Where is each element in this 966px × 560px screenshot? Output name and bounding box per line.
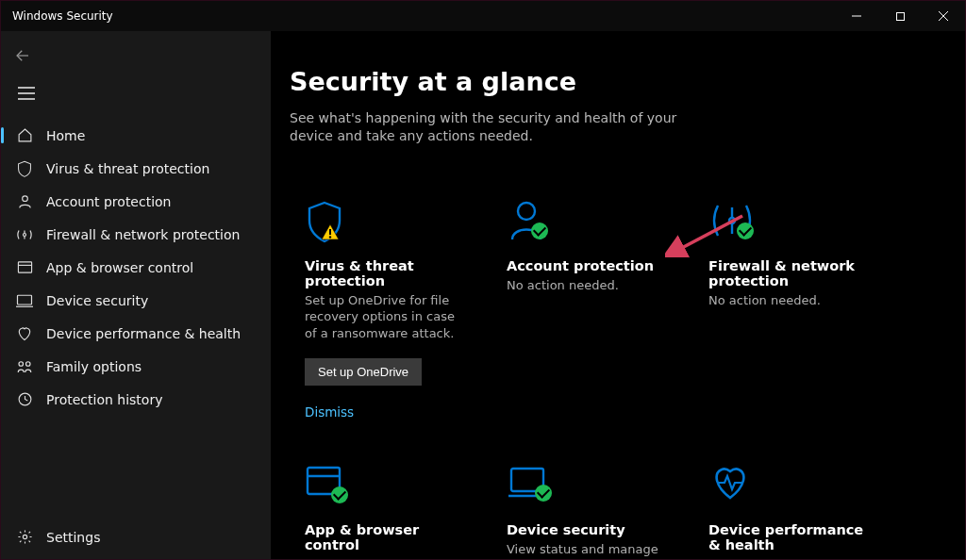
svg-point-9 (24, 233, 26, 236)
sidebar-item-label: Virus & threat protection (46, 161, 209, 176)
card-desc: No action needed. (305, 556, 469, 559)
sidebar-item-settings[interactable]: Settings (1, 520, 271, 553)
sidebar-item-protection-history[interactable]: Protection history (1, 383, 271, 416)
card-desc: No action needed. (708, 556, 873, 559)
card-title: Firewall & network protection (708, 258, 873, 288)
heart-icon (16, 325, 33, 342)
sidebar-item-label: Family options (46, 359, 142, 374)
account-ok-icon (507, 200, 671, 241)
hamburger-button[interactable] (1, 76, 271, 113)
page-title: Security at a glance (290, 67, 927, 96)
home-icon (16, 127, 33, 144)
card-device-health[interactable]: Device performance & health No action ne… (693, 451, 888, 559)
main: Security at a glance See what's happenin… (271, 31, 965, 559)
body: Home Virus & threat protection Account p… (1, 31, 965, 559)
sidebar-item-label: App & browser control (46, 260, 193, 275)
card-firewall[interactable]: Firewall & network protection No action … (693, 187, 888, 444)
window-title: Windows Security (12, 9, 113, 23)
back-button[interactable] (14, 41, 48, 71)
svg-point-17 (26, 361, 31, 366)
minimize-button[interactable] (835, 1, 878, 31)
sidebar-item-label: Device security (46, 293, 148, 308)
card-desc: View status and manage hardware security… (507, 541, 671, 559)
nav: Home Virus & threat protection Account p… (1, 119, 271, 520)
check-badge-icon (331, 486, 348, 503)
page-subtitle: See what's happening with the security a… (290, 109, 695, 145)
check-badge-icon (737, 222, 754, 239)
card-virus-threat[interactable]: Virus & threat protection Set up OneDriv… (290, 187, 484, 444)
sidebar-item-device-security[interactable]: Device security (1, 284, 271, 317)
card-title: Virus & threat protection (305, 258, 469, 288)
main-scroll[interactable]: Security at a glance See what's happenin… (271, 31, 965, 559)
svg-point-19 (23, 535, 26, 538)
heart-pulse-icon (708, 464, 873, 505)
card-desc: Set up OneDrive for file recovery option… (305, 292, 469, 342)
card-title: Device security (507, 522, 671, 537)
sidebar-item-label: Home (46, 128, 85, 143)
sidebar-item-home[interactable]: Home (1, 119, 271, 152)
card-title: Device performance & health (708, 522, 873, 552)
card-desc: No action needed. (708, 292, 873, 309)
device-security-ok-icon (507, 464, 671, 505)
sidebar-item-app-browser[interactable]: App & browser control (1, 251, 271, 284)
close-button[interactable] (922, 1, 965, 31)
svg-point-23 (729, 218, 735, 223)
app-browser-icon (16, 259, 33, 276)
sidebar-item-label: Settings (46, 530, 100, 545)
dismiss-link[interactable]: Dismiss (305, 404, 354, 420)
svg-point-21 (329, 236, 331, 238)
history-icon (16, 391, 33, 408)
window-controls (835, 1, 965, 31)
sidebar-item-label: Account protection (46, 194, 172, 209)
card-device-security[interactable]: Device security View status and manage h… (491, 451, 686, 559)
firewall-ok-icon (708, 200, 873, 241)
check-badge-icon (531, 222, 548, 239)
svg-point-8 (22, 196, 27, 202)
sidebar-item-label: Firewall & network protection (46, 227, 240, 242)
device-security-icon (16, 292, 33, 309)
cards-row-2: App & browser control No action needed. (290, 451, 927, 559)
sidebar-item-virus-threat[interactable]: Virus & threat protection (1, 152, 271, 185)
svg-rect-1 (896, 12, 904, 20)
sidebar-item-account[interactable]: Account protection (1, 185, 271, 218)
shield-warning-icon (305, 200, 469, 241)
svg-point-16 (19, 361, 24, 366)
maximize-button[interactable] (878, 1, 922, 31)
family-icon (16, 358, 33, 375)
card-desc: No action needed. (507, 277, 671, 294)
card-account-protection[interactable]: Account protection No action needed. (491, 187, 686, 444)
window: Windows Security (0, 0, 966, 560)
sidebar: Home Virus & threat protection Account p… (1, 31, 271, 559)
shield-icon (16, 160, 33, 177)
sidebar-item-device-health[interactable]: Device performance & health (1, 317, 271, 350)
sidebar-item-label: Device performance & health (46, 326, 241, 341)
sidebar-item-family[interactable]: Family options (1, 350, 271, 383)
sidebar-item-label: Protection history (46, 392, 162, 407)
app-browser-ok-icon (305, 464, 469, 505)
account-icon (16, 193, 33, 210)
gear-icon (16, 529, 33, 546)
card-title: App & browser control (305, 522, 469, 552)
card-title: Account protection (507, 258, 671, 273)
firewall-icon (16, 226, 33, 243)
sidebar-item-firewall[interactable]: Firewall & network protection (1, 218, 271, 251)
svg-rect-14 (18, 295, 32, 305)
setup-onedrive-button[interactable]: Set up OneDrive (305, 358, 422, 386)
svg-rect-12 (18, 262, 31, 272)
titlebar: Windows Security (1, 1, 965, 31)
svg-point-22 (518, 203, 535, 220)
cards-row-1: Virus & threat protection Set up OneDriv… (290, 187, 927, 444)
card-app-browser[interactable]: App & browser control No action needed. (290, 451, 484, 559)
